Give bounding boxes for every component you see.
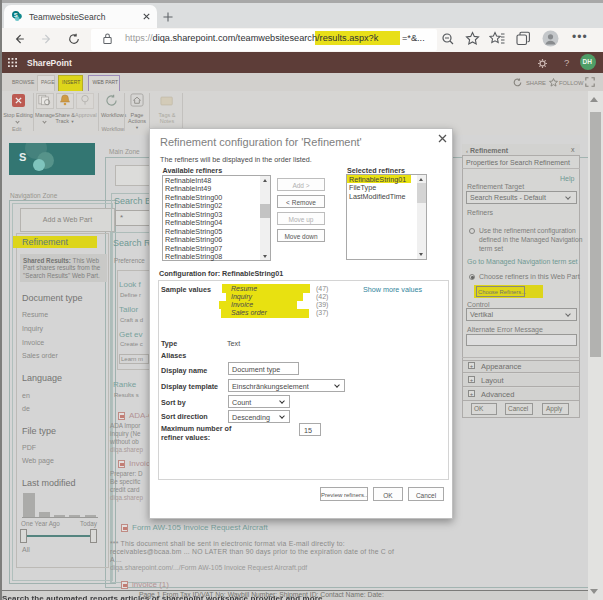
svg-text:S: S bbox=[14, 12, 18, 18]
